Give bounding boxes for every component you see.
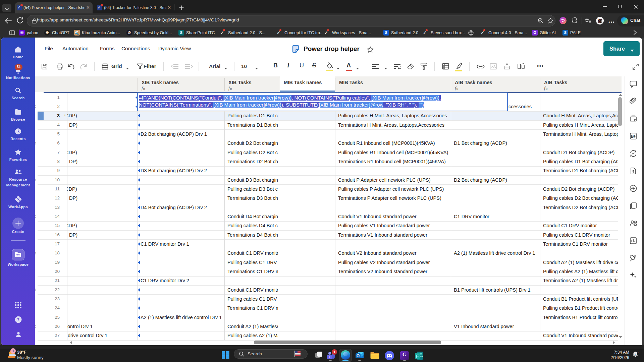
- svg-text:F: F: [416, 354, 419, 359]
- svg-text:O: O: [357, 354, 360, 358]
- svg-text:?: ?: [17, 317, 19, 322]
- svg-text:z: z: [637, 351, 639, 354]
- svg-text:z: z: [635, 353, 636, 356]
- svg-text:T: T: [328, 355, 330, 359]
- svg-text:B: B: [631, 134, 634, 139]
